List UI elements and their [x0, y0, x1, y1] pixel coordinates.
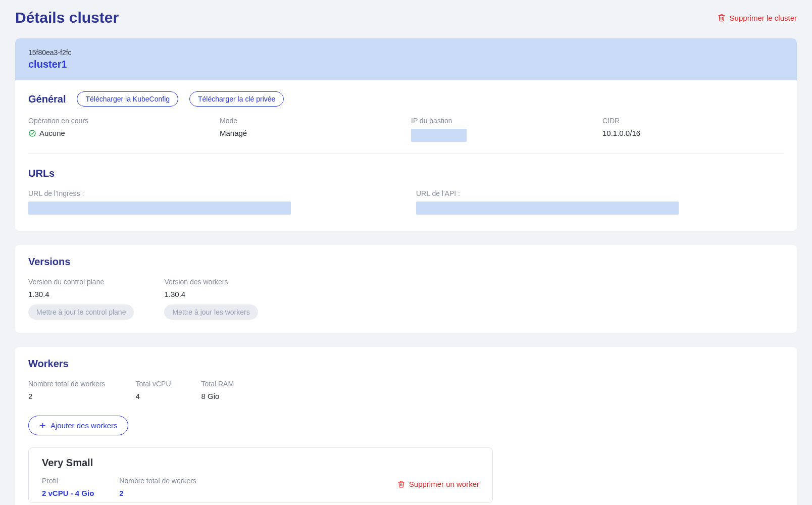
total-workers-value: 2 — [28, 392, 106, 400]
worker-profile-value: 2 vCPU - 4 Gio — [42, 489, 94, 497]
workers-version-value: 1.30.4 — [164, 290, 258, 298]
api-url-label: URL de l'API : — [416, 189, 784, 197]
update-control-plane-button: Mettre à jour le control plane — [28, 305, 134, 320]
bastion-ip-value — [411, 129, 467, 142]
api-url-value — [416, 201, 679, 215]
page-title: Détails cluster — [15, 9, 119, 26]
mode-label: Mode — [220, 117, 401, 125]
total-ram-label: Total RAM — [201, 380, 234, 388]
workers-section-title: Workers — [28, 358, 69, 370]
cluster-id: 15f80ea3-f2fc — [28, 48, 784, 57]
delete-cluster-button[interactable]: Supprimer le cluster — [718, 14, 797, 22]
download-private-key-button[interactable]: Télécharger la clé privée — [189, 91, 284, 107]
check-circle-icon — [28, 129, 36, 137]
versions-section-title: Versions — [28, 256, 70, 268]
total-vcpu-value: 4 — [136, 392, 171, 400]
svg-point-0 — [29, 130, 35, 136]
add-workers-label: Ajouter des workers — [50, 421, 118, 430]
delete-worker-label: Supprimer un worker — [409, 480, 479, 488]
worker-count-value: 2 — [119, 489, 196, 497]
worker-pool-card: Very Small Profil 2 vCPU - 4 Gio Nombre … — [28, 447, 493, 503]
download-kubeconfig-button[interactable]: Télécharger la KubeConfig — [77, 91, 178, 107]
add-workers-button[interactable]: Ajouter des workers — [28, 416, 128, 435]
general-section-title: Général — [28, 93, 66, 105]
trash-icon — [718, 14, 726, 22]
total-workers-label: Nombre total de workers — [28, 380, 106, 388]
worker-profile-label: Profil — [42, 477, 94, 485]
ingress-url-label: URL de l'Ingress : — [28, 189, 396, 197]
bastion-ip-label: IP du bastion — [411, 117, 592, 125]
delete-cluster-label: Supprimer le cluster — [730, 14, 797, 22]
control-plane-version-label: Version du control plane — [28, 278, 134, 286]
update-workers-button: Mettre à jour les workers — [164, 305, 258, 320]
cluster-name: cluster1 — [28, 59, 784, 70]
operation-label: Opération en cours — [28, 117, 210, 125]
cidr-value: 10.1.0.0/16 — [602, 129, 784, 137]
cluster-banner: 15f80ea3-f2fc cluster1 — [15, 38, 797, 80]
plus-icon — [39, 422, 46, 429]
delete-worker-button[interactable]: Supprimer un worker — [397, 480, 479, 488]
urls-section-title: URLs — [28, 168, 784, 179]
workers-card: Workers Nombre total de workers 2 Total … — [15, 347, 797, 505]
cluster-general-card: 15f80ea3-f2fc cluster1 Général Télécharg… — [15, 38, 797, 231]
operation-value: Aucune — [39, 129, 65, 137]
cidr-label: CIDR — [602, 117, 784, 125]
workers-version-label: Version des workers — [164, 278, 258, 286]
total-vcpu-label: Total vCPU — [136, 380, 171, 388]
worker-count-label: Nombre total de workers — [119, 477, 196, 485]
mode-value: Managé — [220, 129, 401, 137]
ingress-url-value — [28, 201, 291, 215]
versions-card: Versions Version du control plane 1.30.4… — [15, 245, 797, 333]
control-plane-version-value: 1.30.4 — [28, 290, 134, 298]
trash-icon — [397, 480, 405, 488]
total-ram-value: 8 Gio — [201, 392, 234, 400]
worker-pool-name: Very Small — [42, 457, 479, 469]
